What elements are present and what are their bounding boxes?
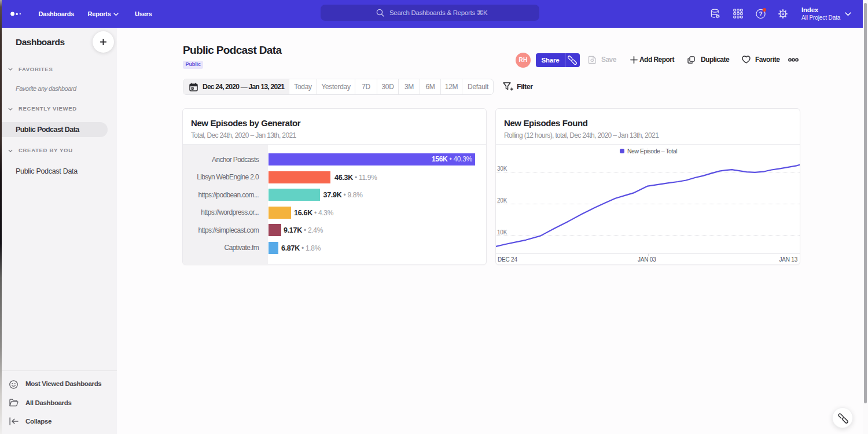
svg-text:?: ? bbox=[759, 11, 762, 17]
